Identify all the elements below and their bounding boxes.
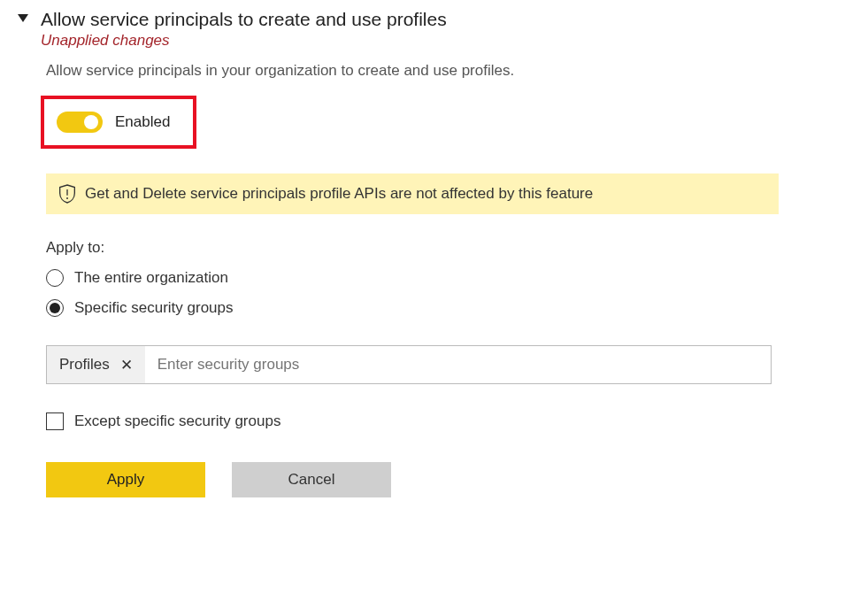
radio-entire-organization[interactable]: The entire organization xyxy=(46,269,850,287)
checkbox-icon xyxy=(46,412,64,430)
security-groups-text-input[interactable] xyxy=(145,346,771,383)
except-security-groups-checkbox-row[interactable]: Except specific security groups xyxy=(46,412,850,430)
collapse-arrow-icon[interactable] xyxy=(18,14,28,22)
apply-button[interactable]: Apply xyxy=(46,462,205,497)
setting-title-block: Allow service principals to create and u… xyxy=(41,9,850,50)
enabled-toggle[interactable] xyxy=(57,112,103,133)
cancel-button[interactable]: Cancel xyxy=(232,462,391,497)
checkbox-label: Except specific security groups xyxy=(74,412,280,430)
unapplied-changes-label: Unapplied changes xyxy=(41,32,850,50)
info-notice: Get and Delete service principals profil… xyxy=(46,173,779,214)
setting-description: Allow service principals in your organiz… xyxy=(46,62,850,80)
toggle-label: Enabled xyxy=(115,113,170,131)
enabled-toggle-highlight: Enabled xyxy=(41,96,196,149)
setting-title: Allow service principals to create and u… xyxy=(41,9,850,30)
radio-icon xyxy=(46,299,64,317)
button-row: Apply Cancel xyxy=(46,462,850,497)
radio-specific-security-groups[interactable]: Specific security groups xyxy=(46,299,850,317)
apply-to-section: Apply to: The entire organization Specif… xyxy=(46,239,850,317)
radio-label: Specific security groups xyxy=(74,299,234,317)
toggle-knob-icon xyxy=(84,115,98,129)
svg-point-1 xyxy=(66,197,68,199)
remove-tag-icon[interactable]: ✕ xyxy=(117,356,136,374)
radio-icon xyxy=(46,269,64,287)
apply-to-label: Apply to: xyxy=(46,239,850,257)
security-groups-input[interactable]: Profiles ✕ xyxy=(46,345,772,384)
shield-warning-icon xyxy=(58,184,76,204)
security-group-tag: Profiles ✕ xyxy=(47,346,145,383)
setting-header: Allow service principals to create and u… xyxy=(18,9,850,50)
radio-label: The entire organization xyxy=(74,269,228,287)
notice-text: Get and Delete service principals profil… xyxy=(85,185,593,203)
tag-label: Profiles xyxy=(59,356,110,374)
